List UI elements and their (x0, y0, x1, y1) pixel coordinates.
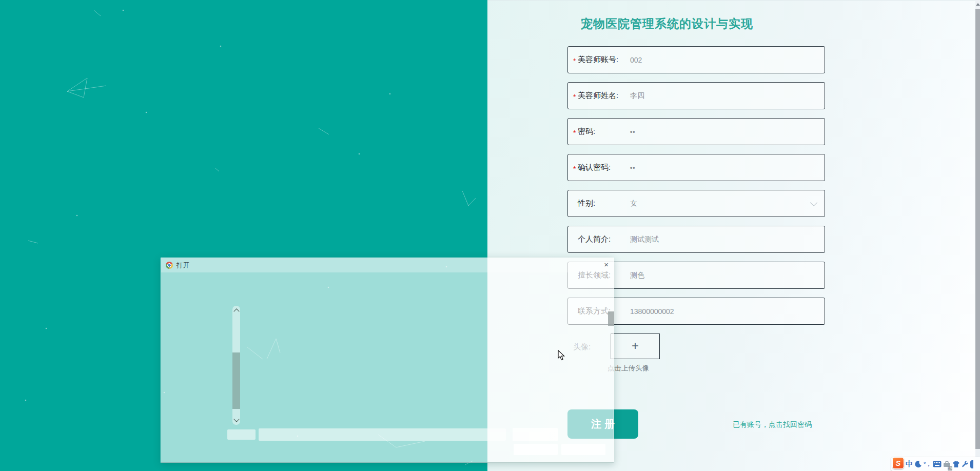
scrollbar-thumb[interactable] (232, 352, 240, 409)
field-label: 个人简介: (578, 234, 630, 244)
field-value: 测色 (630, 271, 644, 280)
avatar-upload-box[interactable]: + (611, 333, 660, 359)
field-value: 002 (630, 56, 642, 64)
input-method-bar: S 中 °， 19 (891, 457, 980, 471)
form-field-account[interactable]: * 美容师账号: 002 (567, 46, 825, 73)
dialog-open-button[interactable] (514, 444, 558, 455)
toolbox-badge: 19 (948, 466, 953, 470)
field-value: 李四 (630, 91, 644, 101)
file-list-scrollbar[interactable] (232, 306, 240, 425)
required-asterisk: * (573, 165, 578, 173)
close-icon[interactable]: × (604, 260, 609, 269)
recover-password-link[interactable]: 已有账号，点击找回密码 (718, 420, 826, 429)
filename-label-box (227, 429, 256, 440)
field-value: 13800000002 (630, 307, 674, 316)
dialog-right-scrollbar-thumb[interactable] (608, 311, 614, 326)
page-scrollbar-thumb[interactable] (975, 9, 980, 449)
toolbox-icon[interactable]: 19 (943, 459, 951, 469)
settings-wrench-icon[interactable] (962, 459, 969, 469)
required-asterisk: * (573, 129, 578, 137)
chrome-icon (166, 262, 173, 269)
required-asterisk: * (573, 93, 578, 101)
field-value: 测试测试 (630, 235, 659, 244)
mouse-cursor (558, 350, 568, 361)
dialog-titlebar[interactable]: 打开 × (161, 258, 614, 272)
sogou-logo-icon[interactable]: S (892, 457, 904, 469)
plus-icon: + (632, 339, 639, 353)
field-value: 女 (630, 199, 637, 208)
field-value: •• (630, 128, 635, 135)
form-field-gender[interactable]: 性别: 女 (567, 190, 825, 217)
field-label: 美容师姓名: (578, 91, 630, 101)
required-asterisk: * (573, 57, 578, 65)
field-value: •• (630, 164, 635, 171)
form-field-confirm-password[interactable]: * 确认密码: •• (567, 154, 825, 181)
form-field-password[interactable]: * 密码: •• (567, 118, 825, 145)
dialog-cancel-button[interactable] (561, 444, 605, 455)
partial-icon[interactable] (970, 460, 973, 469)
field-label: 性别: (578, 199, 630, 208)
scroll-arrow-up-icon[interactable] (976, 3, 980, 6)
scroll-up-icon[interactable] (233, 308, 239, 314)
chinese-mode-icon[interactable]: 中 (906, 459, 913, 469)
field-label: 确认密码: (578, 163, 630, 172)
form-field-bio[interactable]: 个人简介: 测试测试 (567, 226, 825, 253)
skin-tshirt-icon[interactable] (952, 459, 960, 469)
dialog-title: 打开 (177, 261, 189, 270)
registration-page: 宠物医院管理系统的设计与实现 * 美容师账号: 002 * 美容师姓名: 李四 … (0, 0, 980, 471)
open-file-dialog: 打开 × (161, 258, 614, 463)
field-label: 密码: (578, 127, 630, 136)
filename-input[interactable] (259, 428, 506, 441)
filetype-select[interactable] (513, 428, 558, 441)
half-full-width-moon-icon[interactable] (914, 459, 922, 469)
page-title: 宠物医院管理系统的设计与实现 (487, 16, 847, 32)
page-scrollbar[interactable] (975, 0, 980, 471)
field-label: 美容师账号: (578, 55, 630, 65)
punctuation-mode-icon[interactable]: °， (924, 459, 931, 469)
soft-keyboard-icon[interactable] (933, 459, 942, 469)
chevron-down-icon (810, 199, 817, 206)
form-field-name[interactable]: * 美容师姓名: 李四 (567, 82, 825, 109)
scroll-down-icon[interactable] (233, 416, 239, 422)
